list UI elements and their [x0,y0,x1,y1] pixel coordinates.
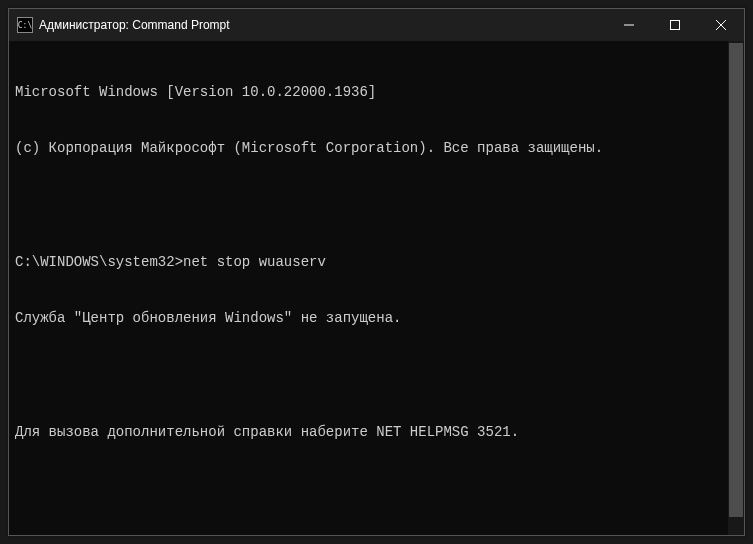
window-controls [606,9,744,41]
close-button[interactable] [698,9,744,41]
scrollbar-thumb[interactable] [729,43,743,517]
minimize-button[interactable] [606,9,652,41]
terminal-output[interactable]: Microsoft Windows [Version 10.0.22000.19… [9,41,744,535]
window-title: Администратор: Command Prompt [39,18,606,32]
svg-rect-1 [671,21,680,30]
app-icon: C:\ [17,17,33,33]
output-line: Для вызова дополнительной справки набери… [15,423,738,442]
blank-line [15,196,738,215]
titlebar[interactable]: C:\ Администратор: Command Prompt [9,9,744,41]
output-line: C:\WINDOWS\system32>net stop wuauserv [15,253,738,272]
maximize-button[interactable] [652,9,698,41]
output-line: Microsoft Windows [Version 10.0.22000.19… [15,83,738,102]
command-prompt-window: C:\ Администратор: Command Prompt Micros… [8,8,745,536]
output-line: (c) Корпорация Майкрософт (Microsoft Cor… [15,139,738,158]
blank-line [15,479,738,498]
scrollbar[interactable] [728,41,744,535]
output-line: Служба "Центр обновления Windows" не зап… [15,309,738,328]
blank-line [15,366,738,385]
